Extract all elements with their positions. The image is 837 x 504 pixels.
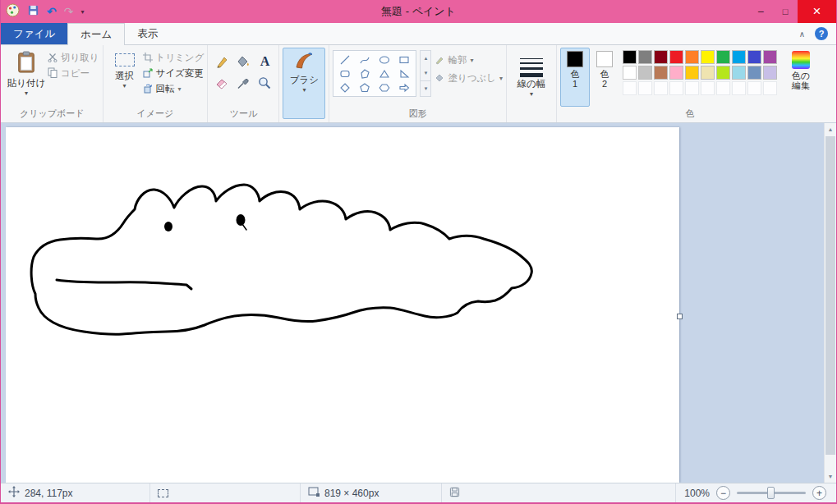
shape-rectangle[interactable]: [394, 53, 414, 66]
edit-colors-button[interactable]: 色の 編集: [782, 48, 820, 107]
eraser-tool[interactable]: [211, 72, 232, 94]
tab-home[interactable]: ホーム: [67, 23, 125, 45]
palette-swatch[interactable]: [638, 66, 652, 80]
cursor-position-icon: [8, 486, 20, 500]
palette-swatch[interactable]: [654, 66, 668, 80]
palette-swatch[interactable]: [701, 50, 715, 64]
shape-triangle[interactable]: [375, 66, 394, 80]
palette-swatch[interactable]: [747, 66, 761, 80]
palette-swatch-empty[interactable]: [623, 81, 637, 95]
palette-swatch-empty[interactable]: [638, 81, 652, 95]
select-button[interactable]: 選択 ▾: [107, 48, 143, 107]
palette-swatch-empty[interactable]: [654, 81, 668, 95]
zoom-slider[interactable]: [737, 492, 806, 494]
resize-label: サイズ変更: [156, 67, 204, 80]
resize-button[interactable]: サイズ変更: [143, 67, 205, 80]
palette-swatch[interactable]: [685, 50, 699, 64]
palette-swatch[interactable]: [763, 50, 777, 64]
canvas-resize-handle[interactable]: [677, 314, 683, 319]
line-width-dropdown-icon: ▾: [530, 91, 533, 98]
select-label: 選択: [115, 70, 134, 82]
minimize-button[interactable]: −: [748, 0, 773, 23]
palette-swatch-empty[interactable]: [763, 81, 777, 95]
palette-swatch-empty[interactable]: [747, 81, 761, 95]
palette-swatch[interactable]: [716, 66, 730, 80]
selection-size-icon: [158, 489, 168, 497]
crop-button[interactable]: トリミング: [143, 52, 205, 64]
group-shapes: ▲ ▼ ▾ 輪郭 ▾: [329, 45, 507, 122]
qat-dropdown-icon[interactable]: ▾: [80, 8, 84, 16]
paste-button[interactable]: 貼り付け ▾: [5, 48, 48, 107]
color-picker-tool[interactable]: [232, 72, 254, 94]
shape-polygon[interactable]: [355, 66, 375, 80]
undo-icon[interactable]: ↶: [47, 6, 57, 17]
zoom-in-button[interactable]: +: [812, 486, 826, 500]
color2-button[interactable]: 色 2: [590, 48, 619, 107]
shape-fill-button[interactable]: 塗りつぶし ▾: [435, 72, 503, 85]
palette-swatch-empty[interactable]: [701, 81, 715, 95]
cursor-position-value: 284, 117px: [25, 488, 73, 499]
shapes-scroll-down-icon[interactable]: ▼: [421, 66, 430, 80]
shapes-more-icon[interactable]: ▾: [421, 80, 430, 96]
color1-label-top: 色: [571, 69, 580, 79]
zoom-out-button[interactable]: −: [716, 486, 730, 500]
zoom-slider-thumb[interactable]: [767, 487, 775, 499]
shape-right-triangle[interactable]: [394, 66, 414, 80]
collapse-ribbon-icon[interactable]: ∧: [799, 30, 805, 39]
shape-rounded-rectangle[interactable]: [335, 66, 355, 80]
palette-swatch[interactable]: [685, 66, 699, 80]
edit-colors-label-top: 色の: [792, 71, 810, 80]
rotate-button[interactable]: 回転 ▾: [143, 83, 205, 95]
palette-swatch[interactable]: [747, 50, 761, 64]
save-icon[interactable]: [27, 4, 39, 19]
palette-swatch[interactable]: [763, 66, 777, 80]
shapes-scroll-up-icon[interactable]: ▲: [421, 51, 430, 66]
maximize-button[interactable]: □: [773, 0, 798, 23]
palette-swatch[interactable]: [669, 50, 683, 64]
palette-swatch[interactable]: [732, 50, 746, 64]
color1-button[interactable]: 色 1: [560, 48, 590, 107]
close-button[interactable]: ×: [798, 0, 836, 23]
fill-tool[interactable]: [232, 51, 254, 72]
vertical-scrollbar[interactable]: ▲ ▼: [824, 123, 836, 483]
shape-oval[interactable]: [375, 53, 394, 66]
scrollbar-thumb[interactable]: [826, 136, 835, 455]
shape-diamond[interactable]: [335, 80, 355, 94]
pencil-tool[interactable]: [211, 51, 232, 72]
palette-swatch[interactable]: [638, 50, 652, 64]
shapes-group-label: 図形: [333, 107, 503, 122]
copy-button[interactable]: コピー: [48, 67, 99, 80]
help-icon[interactable]: ?: [815, 27, 828, 40]
group-size: 線の幅 ▾: [507, 45, 557, 122]
palette-swatch-empty[interactable]: [669, 81, 683, 95]
cut-label: 切り取り: [61, 52, 99, 64]
palette-swatch-empty[interactable]: [716, 81, 730, 95]
shape-hexagon[interactable]: [375, 80, 394, 94]
brushes-button[interactable]: ブラシ ▾: [283, 48, 325, 119]
eyedropper-icon: [236, 76, 251, 90]
shape-line[interactable]: [335, 53, 355, 66]
shape-pentagon[interactable]: [355, 80, 375, 94]
palette-swatch[interactable]: [654, 50, 668, 64]
text-tool[interactable]: A: [254, 51, 275, 72]
group-image: 選択 ▾ トリミング サイズ変更: [103, 45, 209, 122]
scroll-down-icon[interactable]: ▼: [825, 470, 836, 483]
magnifier-tool[interactable]: [254, 72, 275, 94]
palette-swatch[interactable]: [669, 66, 683, 80]
shape-curve[interactable]: [355, 53, 375, 66]
shape-outline-button[interactable]: 輪郭 ▾: [435, 54, 503, 66]
palette-swatch[interactable]: [701, 66, 715, 80]
tab-file[interactable]: ファイル: [1, 23, 67, 44]
shape-arrow-right[interactable]: [394, 80, 414, 94]
line-width-button[interactable]: 線の幅 ▾: [510, 48, 553, 119]
palette-swatch[interactable]: [623, 66, 637, 80]
tab-view[interactable]: 表示: [125, 23, 170, 44]
palette-swatch-empty[interactable]: [732, 81, 746, 95]
drawing-canvas[interactable]: [6, 127, 679, 483]
palette-swatch[interactable]: [623, 50, 637, 64]
palette-swatch[interactable]: [716, 50, 730, 64]
palette-swatch[interactable]: [732, 66, 746, 80]
cut-button[interactable]: 切り取り: [48, 52, 99, 64]
palette-swatch-empty[interactable]: [685, 81, 699, 95]
scroll-up-icon[interactable]: ▲: [825, 123, 836, 135]
